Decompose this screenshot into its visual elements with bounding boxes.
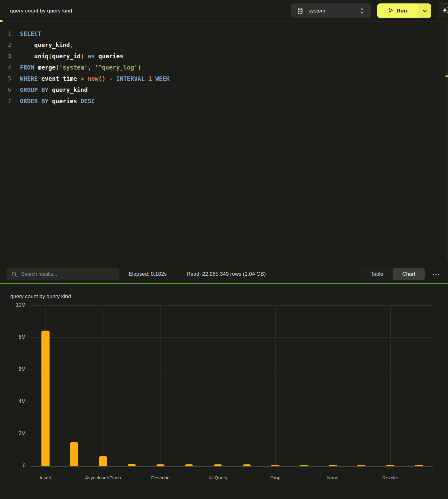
bar[interactable] xyxy=(185,464,193,466)
code-line[interactable]: 3 uniq(query_id) as queries xyxy=(0,51,448,62)
play-icon xyxy=(388,7,393,14)
line-number: 5 xyxy=(0,73,14,84)
search-icon xyxy=(12,271,17,278)
line-number: 7 xyxy=(0,95,14,107)
gridline-h xyxy=(31,402,433,402)
tab-chart[interactable]: Chart xyxy=(393,268,425,280)
code-text: WHERE event_time > now() - INTERVAL 1 WE… xyxy=(20,73,170,84)
gridline-h xyxy=(31,337,433,338)
y-axis-label: 4M xyxy=(0,399,26,404)
bar[interactable] xyxy=(243,464,251,466)
gridline-v xyxy=(275,305,276,468)
x-axis-label: KillQuery xyxy=(190,475,246,480)
database-icon xyxy=(298,8,303,14)
run-options-button[interactable] xyxy=(418,3,431,18)
tab-table[interactable]: Table xyxy=(361,268,393,280)
assist-button[interactable] xyxy=(438,3,448,18)
line-number: 3 xyxy=(0,51,14,62)
view-toggle: Table Chart xyxy=(360,267,426,281)
gridline-v xyxy=(390,305,391,468)
bar[interactable] xyxy=(99,456,107,466)
more-options-button[interactable] xyxy=(431,270,441,278)
line-number: 4 xyxy=(0,62,14,73)
gridline-v xyxy=(218,305,218,468)
bar[interactable] xyxy=(128,464,136,466)
bar[interactable] xyxy=(214,464,222,466)
database-selector-value: system xyxy=(308,8,325,14)
gridline-v xyxy=(333,305,333,468)
bar[interactable] xyxy=(300,465,308,466)
bar[interactable] xyxy=(271,465,279,466)
database-selector[interactable]: system xyxy=(291,3,371,18)
bar[interactable] xyxy=(70,442,78,466)
code-text: uniq(query_id) as queries xyxy=(20,51,123,62)
code-line[interactable]: 5WHERE event_time > now() - INTERVAL 1 W… xyxy=(0,73,448,84)
run-button[interactable]: Run xyxy=(377,3,418,18)
chart-panel: query count by query kind 10M8M6M4M2M0In… xyxy=(0,284,448,499)
top-bar: query count by query kind system xyxy=(0,0,448,22)
code-text: query_kind, xyxy=(20,39,74,51)
search-box xyxy=(7,268,119,280)
y-axis-label: 0 xyxy=(0,463,26,468)
x-axis-label: Revoke xyxy=(362,475,418,480)
search-input[interactable] xyxy=(7,268,119,280)
chevron-down-icon xyxy=(422,8,427,14)
elapsed-stat: Elapsed: 0.182s xyxy=(129,268,167,280)
gridline-v xyxy=(103,305,103,468)
y-axis-label: 2M xyxy=(0,431,26,436)
code-text: FROM merge('system', '^query_log') xyxy=(20,62,141,73)
code-line[interactable]: 6GROUP BY query_kind xyxy=(0,84,448,95)
sparkle-icon xyxy=(441,7,448,15)
editor-scrollbar[interactable] xyxy=(446,22,448,261)
code-line[interactable]: 1SELECT xyxy=(0,28,448,39)
sql-editor[interactable]: 1SELECT2 query_kind,3 uniq(query_id) as … xyxy=(0,22,448,261)
code-line[interactable]: 4FROM merge('system', '^query_log') xyxy=(0,62,448,73)
query-title: query count by query kind xyxy=(10,0,72,22)
read-stat: Read: 22,285,349 rows (1.04 GB) xyxy=(187,268,266,280)
line-number: 6 xyxy=(0,84,14,95)
code-text: SELECT xyxy=(20,28,41,39)
bar[interactable] xyxy=(41,331,50,466)
code-line[interactable]: 7ORDER BY queries DESC xyxy=(0,95,448,107)
gridline-h xyxy=(31,434,433,434)
bar[interactable] xyxy=(329,465,337,466)
x-axis-label: Describe xyxy=(132,475,188,480)
line-number: 2 xyxy=(0,39,14,51)
indent-guide xyxy=(22,62,22,84)
chevrons-up-down-icon xyxy=(360,7,364,14)
sql-console: query count by query kind system xyxy=(0,0,448,499)
x-axis-label: Drop xyxy=(247,475,303,480)
x-axis-label: Insert xyxy=(17,475,74,480)
x-axis-label: AsyncInsertFlush xyxy=(75,475,131,480)
y-axis-label: 10M xyxy=(0,302,26,308)
results-toolbar: Elapsed: 0.182s Read: 22,285,349 rows (1… xyxy=(0,261,448,283)
code-text: ORDER BY queries DESC xyxy=(20,95,95,107)
y-axis-label: 6M xyxy=(0,366,26,372)
line-number: 1 xyxy=(0,28,14,39)
code-text: GROUP BY query_kind xyxy=(20,84,88,95)
bar[interactable] xyxy=(156,464,164,466)
y-axis-label: 8M xyxy=(0,334,26,340)
ellipsis-icon xyxy=(432,271,439,277)
x-axis-label: None xyxy=(305,475,361,480)
chart-title: query count by query kind xyxy=(10,293,71,300)
plot-area xyxy=(31,305,433,466)
overview-ruler-mark xyxy=(446,75,448,77)
run-button-group: Run xyxy=(377,3,431,18)
bar[interactable] xyxy=(357,465,365,466)
bar[interactable] xyxy=(386,465,394,466)
gridline-h xyxy=(31,370,433,370)
code-area: 1SELECT2 query_kind,3 uniq(query_id) as … xyxy=(0,28,448,107)
gridline-v xyxy=(160,305,161,468)
gridline-h xyxy=(31,466,433,467)
bar[interactable] xyxy=(415,465,423,466)
gridline-h xyxy=(31,305,433,306)
code-line[interactable]: 2 query_kind, xyxy=(0,39,448,51)
run-button-label: Run xyxy=(397,8,407,14)
